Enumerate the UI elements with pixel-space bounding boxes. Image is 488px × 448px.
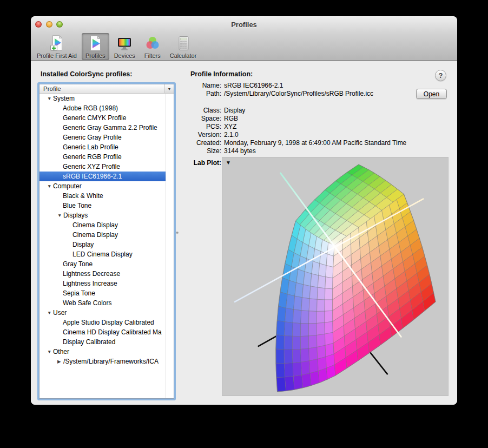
profile-information-heading: Profile Information: — [190, 70, 253, 78]
profile-column-header[interactable]: Profile ▼ — [39, 84, 174, 94]
profile-first-aid-icon — [48, 35, 65, 52]
tree-item-6[interactable]: Generic RGB Profile — [39, 152, 166, 162]
tree-item-label: Generic Gray Gamma 2.2 Profile — [63, 124, 157, 131]
tree-item-label: LED Cinema Display — [72, 251, 133, 258]
devices-icon — [116, 35, 133, 52]
tree-item-label: Displays — [63, 212, 88, 219]
field-value: Display — [224, 107, 245, 114]
tree-item-18[interactable]: Lightness Decrease — [39, 269, 166, 279]
tree-item-25[interactable]: Display Calibrated — [39, 337, 166, 347]
b-axis-tick-left — [258, 336, 276, 346]
tree-item-15[interactable]: Display — [39, 240, 166, 249]
tree-item-label: Generic Gray Profile — [63, 134, 122, 141]
tree-item-24[interactable]: Cinema HD Display Calibrated Ma — [39, 327, 166, 337]
column-options-button[interactable]: ▼ — [164, 84, 174, 93]
tree-item-5[interactable]: Generic Lab Profile — [39, 142, 166, 152]
toolbar-item-profile-first-aid[interactable]: Profile First Aid — [33, 33, 81, 60]
field-label: Space: — [190, 115, 221, 122]
tree-item-17[interactable]: Gray Tone — [39, 259, 166, 269]
tree-item-label: Adobe RGB (1998) — [63, 104, 118, 112]
tree-item-label: System — [53, 95, 75, 102]
tree-item-7[interactable]: Generic XYZ Profile — [39, 162, 166, 172]
tree-item-label: Cinema HD Display Calibrated Ma — [63, 328, 162, 336]
tree-item-label: Other — [53, 348, 69, 355]
tree-item-26[interactable]: ▼Other — [39, 347, 166, 357]
field-value: RGB — [224, 115, 238, 122]
field-value: Monday, February 9, 1998 at 6:49:00 AM P… — [224, 139, 406, 147]
profile-list: Profile ▼ ▼SystemAdobe RGB (1998)Generic… — [39, 84, 174, 399]
info-field-row: Name:sRGB IEC61966-2.1 — [190, 81, 406, 89]
field-label: Name: — [190, 82, 221, 89]
tree-item-13[interactable]: Cinema Display — [39, 220, 166, 230]
disclosure-triangle-icon[interactable]: ▶ — [57, 359, 63, 364]
tree-item-4[interactable]: Generic Gray Profile — [39, 133, 166, 142]
tree-item-label: Cinema Display — [72, 221, 118, 229]
field-value: 3144 bytes — [224, 147, 256, 155]
disclosure-triangle-icon[interactable]: ▼ — [47, 96, 53, 101]
tree-item-14[interactable]: Cinema Display — [39, 230, 166, 240]
tree-item-2[interactable]: Generic CMYK Profile — [39, 113, 166, 123]
toolbar-item-label: Profiles — [85, 52, 105, 59]
filters-icon — [144, 35, 161, 52]
info-field-row: Created:Monday, February 9, 1998 at 6:49… — [190, 139, 406, 147]
disclosure-triangle-icon[interactable]: ▼ — [47, 350, 53, 354]
tree-item-23[interactable]: Apple Studio Display Calibrated — [39, 318, 166, 327]
splitter-grabber[interactable] — [176, 232, 179, 234]
colorsync-profiles-window: Profiles Profile First Aid Profil — [31, 16, 457, 405]
tree-item-9[interactable]: ▼Computer — [39, 181, 166, 191]
plot-type-dropdown[interactable]: ▼ — [226, 160, 231, 166]
field-label: Size: — [190, 147, 221, 155]
field-value: 2.1.0 — [224, 131, 239, 139]
tree-item-label: Computer — [53, 182, 82, 190]
profiles-icon — [87, 35, 104, 52]
tree-item-label: Display — [72, 241, 94, 248]
open-button[interactable]: Open — [416, 89, 447, 99]
window-title: Profiles — [31, 21, 457, 29]
tree-item-19[interactable]: Lightness Increase — [39, 279, 166, 288]
tree-item-27[interactable]: ▶/System/Library/Frameworks/ICA — [39, 357, 166, 366]
tree-item-8[interactable]: sRGB IEC61966-2.1 — [39, 172, 166, 181]
info-field-row: Space:RGB — [190, 114, 406, 122]
tree-item-1[interactable]: Adobe RGB (1998) — [39, 103, 166, 113]
tree-item-label: Gray Tone — [63, 260, 93, 268]
tree-item-label: Generic CMYK Profile — [63, 114, 126, 122]
list-scrollbar[interactable] — [166, 94, 174, 398]
tree-item-0[interactable]: ▼System — [39, 94, 166, 103]
toolbar-item-profiles[interactable]: Profiles — [82, 33, 109, 60]
tree-item-21[interactable]: Web Safe Colors — [39, 298, 166, 308]
lab-plot-label: Lab Plot: — [190, 159, 221, 167]
disclosure-triangle-icon[interactable]: ▼ — [47, 311, 53, 315]
disclosure-triangle-icon[interactable]: ▼ — [57, 213, 63, 218]
field-label: PCS: — [190, 123, 221, 130]
disclosure-triangle-icon[interactable]: ▼ — [47, 184, 53, 189]
tree-item-3[interactable]: Generic Gray Gamma 2.2 Profile — [39, 123, 166, 133]
title-bar[interactable]: Profiles Profile First Aid Profil — [31, 16, 457, 61]
tree-item-22[interactable]: ▼User — [39, 308, 166, 318]
lab-plot-canvas[interactable] — [222, 157, 448, 396]
field-label: Version: — [190, 131, 221, 139]
tree-item-label: Lightness Decrease — [63, 270, 120, 278]
tree-item-label: Display Calibrated — [63, 338, 115, 346]
lab-plot-area[interactable]: ▼ — [222, 157, 449, 396]
help-button[interactable]: ? — [435, 70, 446, 81]
tree-item-label: User — [53, 309, 67, 317]
info-field-row: Version:2.1.0 — [190, 130, 406, 139]
tree-item-10[interactable]: Black & White — [39, 191, 166, 201]
toolbar-item-label: Profile First Aid — [37, 52, 77, 59]
tree-item-label: Cinema Display — [72, 231, 118, 239]
toolbar-item-calculator[interactable]: Calculator — [166, 33, 201, 60]
calculator-icon — [175, 35, 192, 52]
window-content: Installed ColorSync profiles: Profile ▼ … — [31, 61, 457, 405]
toolbar-item-filters[interactable]: Filters — [140, 33, 165, 60]
question-mark-icon: ? — [439, 71, 443, 80]
tree-item-label: Generic XYZ Profile — [63, 163, 120, 170]
field-value: XYZ — [224, 123, 236, 130]
tree-item-20[interactable]: Sepia Tone — [39, 288, 166, 298]
field-value: /System/Library/ColorSync/Profiles/sRGB … — [224, 90, 373, 97]
toolbar-item-devices[interactable]: Devices — [110, 33, 139, 60]
profile-column-header-label: Profile — [43, 85, 61, 92]
tree-item-16[interactable]: LED Cinema Display — [39, 249, 166, 259]
tree-item-11[interactable]: Blue Tone — [39, 201, 166, 210]
profile-fields: Name:sRGB IEC61966-2.1Path:/System/Libra… — [190, 81, 406, 155]
tree-item-12[interactable]: ▼Displays — [39, 210, 166, 220]
